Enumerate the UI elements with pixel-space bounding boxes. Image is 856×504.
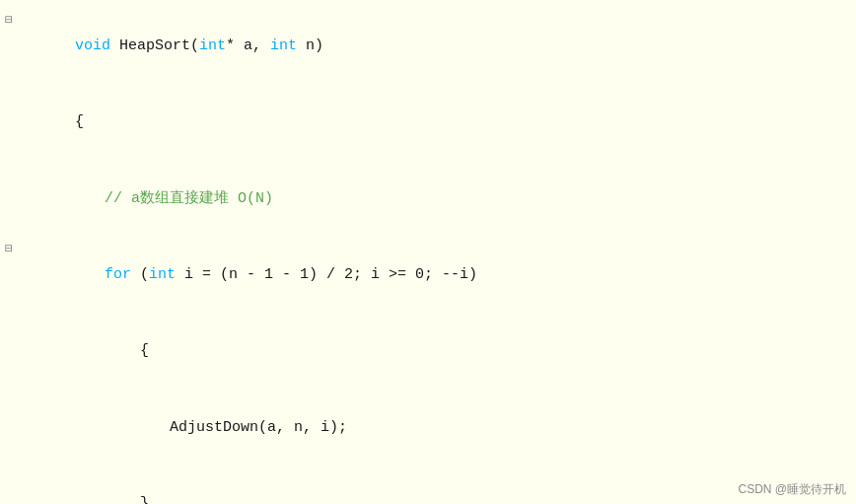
- code-line-1: ⊟ void HeapSort(int* a, int n): [0, 8, 856, 84]
- kw-int1: int: [199, 37, 226, 54]
- code-line-2: {: [0, 84, 856, 160]
- code-line-6: AdjustDown(a, n, i);: [0, 390, 856, 466]
- kw-int2: int: [270, 37, 297, 54]
- code-line-5: {: [0, 314, 856, 390]
- code-line-4: ⊟ for (int i = (n - 1 - 1) / 2; i >= 0; …: [0, 237, 856, 313]
- line-text-5: {: [47, 314, 149, 390]
- code-container: ⊟ void HeapSort(int* a, int n) { // a数组直…: [0, 0, 856, 504]
- line-text-6: AdjustDown(a, n, i);: [77, 390, 347, 466]
- kw-for: for: [105, 266, 131, 283]
- line-text-1: void HeapSort(int* a, int n): [18, 8, 323, 84]
- line-text-7: }: [47, 466, 149, 504]
- comment-1: // a数组直接建堆 O(N): [105, 190, 273, 207]
- watermark: CSDN @睡觉待开机: [738, 481, 846, 498]
- line-text-2: {: [18, 84, 84, 160]
- line-text-3: // a数组直接建堆 O(N): [47, 161, 273, 237]
- gutter-4: ⊟: [0, 239, 18, 260]
- code-line-3: // a数组直接建堆 O(N): [0, 161, 856, 237]
- code-line-7: }: [0, 466, 856, 504]
- gutter-1: ⊟: [0, 10, 18, 32]
- line-text-4: for (int i = (n - 1 - 1) / 2; i >= 0; --…: [47, 237, 477, 313]
- kw-void: void: [75, 37, 110, 54]
- kw-int3: int: [149, 266, 176, 283]
